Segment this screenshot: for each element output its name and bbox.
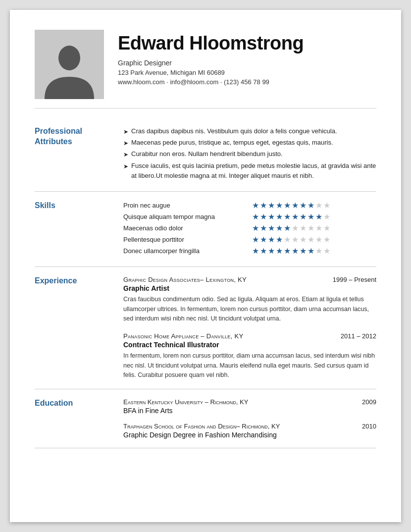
education-content: Eastern Kentucky University – Richmond, … (123, 398, 376, 439)
experience-label: Experience (35, 276, 111, 380)
education-entry: Eastern Kentucky University – Richmond, … (123, 398, 376, 415)
exp-role: Contract Technical Illustrator (123, 341, 376, 349)
experience-entry: Graphic Design Associates– Lexington, KY… (123, 276, 376, 323)
candidate-address: 123 Park Avenue, Michigan MI 60689 (118, 69, 376, 76)
skill-rating: ★★★★★★★★★★ (252, 246, 330, 256)
header-section: Edward Hloomstrong Graphic Designer 123 … (35, 30, 376, 108)
edu-degree: Graphic Design Degree in Fashion Merchan… (123, 431, 376, 439)
edu-degree: BFA in Fine Arts (123, 407, 376, 415)
skill-row: Pellentesque porttitor ★★★★★★★★★★ (123, 235, 376, 244)
svg-point-0 (58, 46, 80, 70)
education-entry: Traphagen School of Fashion and Design– … (123, 423, 376, 439)
experience-entry: Panasonic Home Appliance – Danville, KY … (123, 332, 376, 380)
experience-section: Experience Graphic Design Associates– Le… (35, 267, 376, 389)
edu-header: Traphagen School of Fashion and Design– … (123, 423, 376, 430)
education-label: Education (35, 398, 111, 439)
edu-header: Eastern Kentucky University – Richmond, … (123, 398, 376, 406)
exp-header: Graphic Design Associates– Lexington, KY… (123, 276, 376, 283)
exp-description: Cras faucibus condimentum odio. Sed ac l… (123, 295, 376, 323)
candidate-title: Graphic Designer (118, 59, 376, 67)
arrow-icon: ➤ (123, 150, 128, 160)
list-item: ➤ Fusce iaculis, est quis lacinia pretiu… (123, 161, 376, 182)
attributes-list: ➤ Cras dapibus dapibus nis. Vestibulum q… (123, 126, 376, 181)
resume-document: Edward Hloomstrong Graphic Designer 123 … (10, 10, 401, 522)
skill-row: Donec ullamcorper fringilla ★★★★★★★★★★ (123, 246, 376, 256)
education-section: Education Eastern Kentucky University – … (35, 389, 376, 448)
skill-rating: ★★★★★★★★★★ (252, 212, 330, 221)
experience-content: Graphic Design Associates– Lexington, KY… (123, 276, 376, 380)
skill-rating: ★★★★★★★★★★ (252, 201, 330, 210)
arrow-icon: ➤ (123, 139, 128, 148)
skill-rating: ★★★★★★★★★★ (252, 235, 330, 244)
avatar (35, 30, 104, 99)
exp-description: In fermentum, lorem non cursus porttitor… (123, 351, 376, 380)
candidate-name: Edward Hloomstrong (118, 33, 376, 54)
professional-section: ProfessionalAttributes ➤ Cras dapibus da… (35, 117, 376, 192)
candidate-contact: www.hloom.com · info@hloom.com · (123) 4… (118, 78, 376, 86)
professional-content: ➤ Cras dapibus dapibus nis. Vestibulum q… (123, 126, 376, 182)
skills-content: Proin nec augue ★★★★★★★★★★ Quisque aliqu… (123, 201, 376, 258)
arrow-icon: ➤ (123, 127, 128, 137)
professional-label: ProfessionalAttributes (35, 126, 111, 182)
list-item: ➤ Curabitur non eros. Nullam hendrerit b… (123, 149, 376, 160)
arrow-icon: ➤ (123, 162, 128, 182)
skills-section: Skills Proin nec augue ★★★★★★★★★★ Quisqu… (35, 192, 376, 267)
skill-row: Proin nec augue ★★★★★★★★★★ (123, 201, 376, 210)
header-info: Edward Hloomstrong Graphic Designer 123 … (118, 30, 376, 86)
exp-header: Panasonic Home Appliance – Danville, KY … (123, 332, 376, 340)
list-item: ➤ Cras dapibus dapibus nis. Vestibulum q… (123, 126, 376, 137)
exp-role: Graphic Artist (123, 284, 376, 292)
list-item: ➤ Maecenas pede purus, tristique ac, tem… (123, 138, 376, 148)
skills-label: Skills (35, 201, 111, 258)
skill-row: Maecenas odio dolor ★★★★★★★★★★ (123, 223, 376, 233)
skill-rating: ★★★★★★★★★★ (252, 223, 330, 233)
skill-row: Quisque aliquam tempor magna ★★★★★★★★★★ (123, 212, 376, 221)
